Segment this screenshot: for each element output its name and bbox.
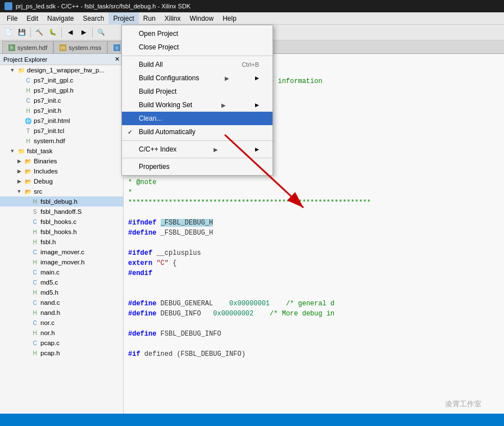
code-text-14: * [128, 187, 500, 198]
code-text-29 [128, 339, 500, 349]
tree-item-main-c[interactable]: C main.c [0, 267, 123, 277]
code-text-15: ****************************************… [128, 198, 500, 208]
tree-item-pcap-c[interactable]: C pcap.c [0, 338, 123, 348]
project-icon: 📁 [17, 66, 25, 74]
tree-item-fsbl-h[interactable]: H fsbl.h [0, 237, 123, 247]
tree-item-binaries[interactable]: ▶ 📂 Binaries [0, 156, 123, 166]
dropdown-build-working-set[interactable]: Build Working Set ▶ [122, 98, 273, 112]
debug-folder-icon: 📂 [24, 177, 32, 185]
h-file-icon3: H [31, 198, 39, 205]
tree-toggle-ps7-gplh [16, 87, 22, 94]
code-text-22: #endif [128, 268, 500, 278]
menu-file[interactable]: File [2, 12, 22, 25]
dropdown-build-all[interactable]: Build All Ctrl+B [122, 58, 273, 71]
tree-item-debug[interactable]: ▶ 📂 Debug [0, 176, 123, 186]
code-line-13: * @note [128, 177, 500, 187]
c-file-icon6: C [31, 278, 39, 286]
dropdown-build-all-shortcut: Ctrl+B [242, 61, 259, 68]
tree-label-fsbl-hooks-c: fsbl_hooks.c [40, 218, 76, 225]
menu-xilinx[interactable]: Xilinx [160, 12, 185, 25]
src-folder-icon: 📂 [24, 187, 32, 195]
tab-system-mss[interactable]: m system.mss [53, 41, 107, 53]
tree-item-ps7-h[interactable]: H ps7_init.h [0, 106, 123, 116]
toolbar-back[interactable]: ◀ [64, 26, 76, 39]
dropdown-build-configs[interactable]: Build Configurations ▶ [122, 71, 273, 85]
tree-item-fsbl-hooks-h[interactable]: H fsbl_hooks.h [0, 227, 123, 237]
tree-item-design[interactable]: ▼ 📁 design_1_wrapper_hw_p... [0, 65, 123, 75]
tree-item-ps7-html[interactable]: 🌐 ps7_init.html [0, 116, 123, 126]
tree-item-ps7-tcl[interactable]: T ps7_init.tcl [0, 126, 123, 136]
dropdown-build-auto[interactable]: ✓ Build Automatically [122, 125, 273, 139]
menu-help[interactable]: Help [218, 12, 241, 25]
c-file-icon9: C [31, 339, 39, 347]
tab-system-hdf[interactable]: h system.hdf [2, 41, 53, 53]
tree-toggle-ps7-c [16, 97, 22, 104]
tree-label-ps7-h: ps7_init.h [34, 107, 61, 114]
code-line-17: #ifndef _FSBL_DEBUG_H [128, 218, 500, 228]
tree-item-fsbl[interactable]: ▼ 📁 fsbl_task [0, 146, 123, 156]
menu-project[interactable]: Project [108, 12, 138, 25]
menu-window[interactable]: Window [185, 12, 219, 25]
tree-item-src[interactable]: ▼ 📂 src [0, 186, 123, 196]
tree-item-image-mover-h[interactable]: H image_mover.h [0, 257, 123, 267]
tree-label-nand-c: nand.c [40, 299, 60, 306]
dropdown-build-auto-label: Build Automatically [139, 128, 196, 136]
tree-toggle-design: ▼ [9, 67, 16, 74]
tree-label-image-mover-h: image_mover.h [40, 259, 85, 265]
tree-label-includes: Includes [34, 168, 58, 175]
s-file-icon: S [31, 208, 39, 216]
dropdown-open-project[interactable]: Open Project [122, 27, 273, 40]
sidebar-title: Project Explorer [3, 56, 47, 63]
tree-toggle-pcap-h [22, 350, 29, 356]
tree-item-image-mover-c[interactable]: C image_mover.c [0, 247, 123, 257]
menu-navigate[interactable]: Navigate [43, 12, 78, 25]
tree-item-includes[interactable]: ▶ 📂 Includes [0, 166, 123, 176]
toolbar-forward[interactable]: ▶ [78, 26, 90, 39]
code-text-26: #define DEBUG_INFO 0x00000002 /* More de… [128, 309, 500, 319]
tree-toggle-system-hdf [16, 138, 22, 144]
toolbar-new[interactable]: 📄 [2, 26, 15, 39]
code-text-19 [128, 238, 500, 248]
tree-item-fsbl-handoff[interactable]: S fsbl_handoff.S [0, 207, 123, 217]
tree-label-pcap-h: pcap.h [40, 350, 60, 356]
h-file-icon2: H [24, 107, 32, 114]
sidebar: Project Explorer ✕ ▼ 📁 design_1_wrapper_… [0, 54, 124, 426]
bottom-bar [0, 414, 504, 426]
tree-item-ps7-c[interactable]: C ps7_init.c [0, 95, 123, 106]
tree-item-nand-c[interactable]: C nand.c [0, 297, 123, 308]
menu-search[interactable]: Search [78, 12, 108, 25]
tree-item-md5-c[interactable]: C md5.c [0, 277, 123, 287]
tree-item-nor-h[interactable]: H nor.h [0, 328, 123, 338]
menu-edit[interactable]: Edit [22, 12, 43, 25]
dropdown-close-project[interactable]: Close Project [122, 40, 273, 54]
tree-toggle-image-mover-c [22, 249, 29, 255]
dropdown-clean[interactable]: Clean... [122, 112, 273, 125]
tree-label-system-hdf: system.hdf [34, 138, 65, 144]
dropdown-build-project[interactable]: Build Project [122, 85, 273, 98]
toolbar-build[interactable]: 🔨 [33, 26, 46, 39]
tree-toggle-nor-h [22, 329, 29, 336]
tree-item-md5-h[interactable]: H md5.h [0, 287, 123, 297]
sidebar-close-icon[interactable]: ✕ [115, 56, 120, 63]
tree-item-ps7-gplc[interactable]: C ps7_init_gpl.c [0, 75, 123, 85]
dropdown-properties[interactable]: Properties [122, 160, 273, 173]
code-line-18: #define _FSBL_DEBUG_H [128, 228, 500, 238]
project-icon2: 📁 [17, 147, 25, 155]
toolbar-sep-2 [61, 28, 62, 38]
tree-item-nor-c[interactable]: C nor.c [0, 318, 123, 328]
tcl-file-icon: T [24, 127, 32, 135]
tree-item-nand-h[interactable]: H nand.h [0, 308, 123, 318]
tree-item-fsbl-debug-h[interactable]: H fsbl_debug.h [0, 196, 123, 207]
tree-item-ps7-gplh[interactable]: H ps7_init_gpl.h [0, 85, 123, 95]
toolbar-debug[interactable]: 🐛 [47, 26, 59, 39]
dropdown-sep-1 [122, 56, 273, 56]
tree-item-fsbl-hooks-c[interactable]: C fsbl_hooks.c [0, 217, 123, 227]
tree-item-system-hdf[interactable]: H system.hdf [0, 136, 123, 146]
menu-run[interactable]: Run [139, 12, 160, 25]
tree-item-pcap-h[interactable]: H pcap.h [0, 348, 123, 358]
h-file-icon10: H [31, 349, 39, 357]
code-line-30: #if defined (FSBL_DEBUG_INFO) [128, 349, 500, 359]
toolbar-search[interactable]: 🔍 [95, 26, 107, 39]
toolbar-save[interactable]: 💾 [16, 26, 28, 39]
dropdown-cpp-index[interactable]: C/C++ Index ▶ [122, 143, 273, 156]
